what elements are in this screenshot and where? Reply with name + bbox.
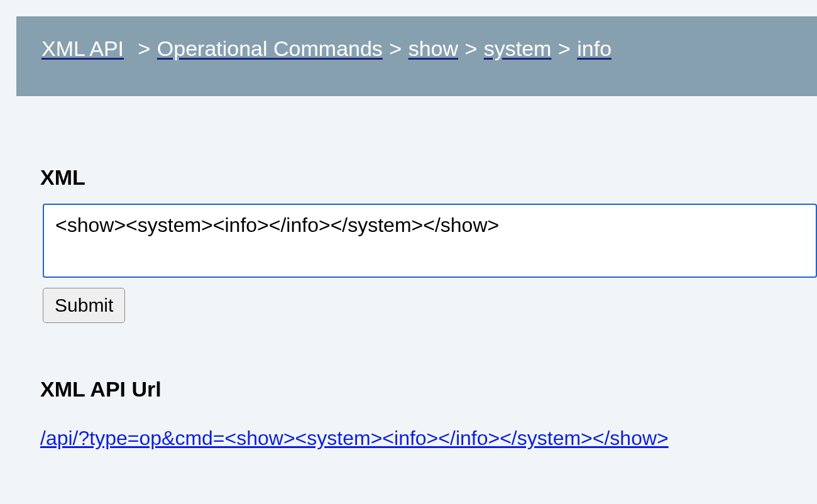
api-url-section-label: XML API Url <box>40 377 817 402</box>
breadcrumb-bar: XML API > Operational Commands > show > … <box>16 16 817 96</box>
breadcrumb-separator: > <box>554 36 574 60</box>
xml-input[interactable] <box>43 204 817 278</box>
submit-button[interactable]: Submit <box>43 288 125 323</box>
xml-section-label: XML <box>40 165 817 190</box>
breadcrumb-separator: > <box>385 36 405 60</box>
breadcrumb-link-operational-commands[interactable]: Operational Commands <box>157 36 383 60</box>
api-url-link[interactable]: /api/?type=op&cmd=<show><system><info></… <box>40 427 669 450</box>
breadcrumb-link-show[interactable]: show <box>409 36 458 60</box>
breadcrumb-link-system[interactable]: system <box>484 36 552 60</box>
breadcrumb-link-xml-api[interactable]: XML API <box>41 36 124 60</box>
breadcrumb-separator: > <box>461 36 481 60</box>
api-url-section: XML API Url /api/?type=op&cmd=<show><sys… <box>40 377 817 450</box>
breadcrumb-separator <box>126 36 134 60</box>
breadcrumb-separator: > <box>134 36 154 60</box>
breadcrumb-link-info[interactable]: info <box>577 36 611 60</box>
main-content: XML Submit XML API Url /api/?type=op&cmd… <box>40 96 817 450</box>
